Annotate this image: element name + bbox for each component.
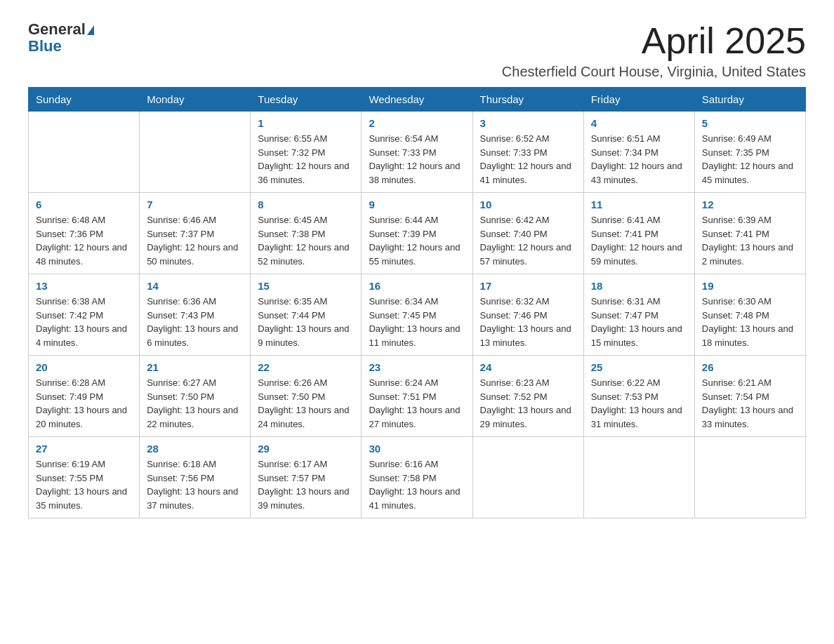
day-number: 19	[702, 280, 798, 292]
calendar-cell: 3Sunrise: 6:52 AMSunset: 7:33 PMDaylight…	[472, 112, 583, 193]
day-number: 14	[147, 280, 243, 292]
calendar-cell: 23Sunrise: 6:24 AMSunset: 7:51 PMDayligh…	[362, 356, 472, 437]
day-info: Sunrise: 6:46 AMSunset: 7:37 PMDaylight:…	[147, 213, 243, 268]
weekday-header-monday: Monday	[140, 88, 251, 112]
calendar-week-row: 20Sunrise: 6:28 AMSunset: 7:49 PMDayligh…	[29, 356, 806, 437]
day-number: 2	[369, 117, 465, 129]
day-info: Sunrise: 6:42 AMSunset: 7:40 PMDaylight:…	[480, 213, 576, 268]
day-info: Sunrise: 6:38 AMSunset: 7:42 PMDaylight:…	[36, 295, 132, 349]
calendar-cell: 8Sunrise: 6:45 AMSunset: 7:38 PMDaylight…	[251, 193, 362, 274]
day-info: Sunrise: 6:30 AMSunset: 7:48 PMDaylight:…	[702, 295, 798, 349]
location-subtitle: Chesterfield Court House, Virginia, Unit…	[502, 64, 806, 80]
day-info: Sunrise: 6:51 AMSunset: 7:34 PMDaylight:…	[591, 132, 687, 187]
weekday-header-sunday: Sunday	[29, 88, 140, 112]
day-number: 21	[147, 361, 243, 373]
calendar-cell: 20Sunrise: 6:28 AMSunset: 7:49 PMDayligh…	[29, 356, 140, 437]
day-number: 27	[36, 443, 132, 455]
page-header: General Blue April 2025 Chesterfield Cou…	[28, 21, 806, 80]
logo-general-text: General	[28, 21, 94, 38]
day-info: Sunrise: 6:18 AMSunset: 7:56 PMDaylight:…	[147, 457, 243, 512]
logo-blue-text: Blue	[28, 38, 94, 55]
day-number: 8	[258, 199, 354, 210]
calendar-cell: 25Sunrise: 6:22 AMSunset: 7:53 PMDayligh…	[583, 356, 694, 437]
calendar-cell	[694, 437, 805, 518]
calendar-header-row: SundayMondayTuesdayWednesdayThursdayFrid…	[29, 88, 806, 112]
calendar-cell: 22Sunrise: 6:26 AMSunset: 7:50 PMDayligh…	[251, 356, 362, 437]
day-info: Sunrise: 6:44 AMSunset: 7:39 PMDaylight:…	[369, 213, 465, 268]
calendar-cell: 19Sunrise: 6:30 AMSunset: 7:48 PMDayligh…	[694, 274, 805, 356]
day-info: Sunrise: 6:52 AMSunset: 7:33 PMDaylight:…	[480, 132, 576, 187]
day-info: Sunrise: 6:45 AMSunset: 7:38 PMDaylight:…	[258, 213, 354, 268]
day-number: 26	[702, 361, 798, 373]
calendar-cell: 13Sunrise: 6:38 AMSunset: 7:42 PMDayligh…	[29, 274, 140, 356]
day-info: Sunrise: 6:22 AMSunset: 7:53 PMDaylight:…	[591, 376, 687, 431]
day-info: Sunrise: 6:23 AMSunset: 7:52 PMDaylight:…	[480, 376, 576, 431]
calendar-cell: 1Sunrise: 6:55 AMSunset: 7:32 PMDaylight…	[251, 112, 362, 193]
calendar-cell	[140, 112, 251, 193]
calendar-cell: 16Sunrise: 6:34 AMSunset: 7:45 PMDayligh…	[362, 274, 472, 356]
day-number: 11	[591, 199, 687, 210]
logo: General Blue	[28, 21, 94, 55]
day-number: 13	[36, 280, 132, 292]
calendar-cell: 28Sunrise: 6:18 AMSunset: 7:56 PMDayligh…	[140, 437, 251, 518]
day-number: 12	[702, 199, 798, 210]
calendar-cell: 26Sunrise: 6:21 AMSunset: 7:54 PMDayligh…	[694, 356, 805, 437]
day-number: 29	[258, 443, 354, 455]
calendar-cell: 24Sunrise: 6:23 AMSunset: 7:52 PMDayligh…	[472, 356, 583, 437]
day-info: Sunrise: 6:49 AMSunset: 7:35 PMDaylight:…	[702, 132, 798, 187]
calendar-cell: 5Sunrise: 6:49 AMSunset: 7:35 PMDaylight…	[694, 112, 805, 193]
day-info: Sunrise: 6:39 AMSunset: 7:41 PMDaylight:…	[702, 213, 798, 268]
day-info: Sunrise: 6:16 AMSunset: 7:58 PMDaylight:…	[369, 457, 465, 512]
calendar-cell: 10Sunrise: 6:42 AMSunset: 7:40 PMDayligh…	[472, 193, 583, 274]
title-block: April 2025 Chesterfield Court House, Vir…	[502, 21, 806, 80]
day-number: 23	[369, 361, 465, 373]
day-info: Sunrise: 6:19 AMSunset: 7:55 PMDaylight:…	[36, 457, 132, 512]
day-number: 1	[258, 117, 354, 129]
day-info: Sunrise: 6:24 AMSunset: 7:51 PMDaylight:…	[369, 376, 465, 431]
calendar-cell: 30Sunrise: 6:16 AMSunset: 7:58 PMDayligh…	[362, 437, 472, 518]
day-info: Sunrise: 6:55 AMSunset: 7:32 PMDaylight:…	[258, 132, 354, 187]
calendar-table: SundayMondayTuesdayWednesdayThursdayFrid…	[28, 87, 806, 518]
day-number: 28	[147, 443, 243, 455]
day-info: Sunrise: 6:32 AMSunset: 7:46 PMDaylight:…	[480, 295, 576, 349]
day-number: 15	[258, 280, 354, 292]
day-number: 24	[480, 361, 576, 373]
day-number: 4	[591, 117, 687, 129]
day-number: 22	[258, 361, 354, 373]
weekday-header-tuesday: Tuesday	[251, 88, 362, 112]
day-info: Sunrise: 6:17 AMSunset: 7:57 PMDaylight:…	[258, 457, 354, 512]
calendar-week-row: 1Sunrise: 6:55 AMSunset: 7:32 PMDaylight…	[29, 112, 806, 193]
calendar-cell: 6Sunrise: 6:48 AMSunset: 7:36 PMDaylight…	[29, 193, 140, 274]
day-info: Sunrise: 6:26 AMSunset: 7:50 PMDaylight:…	[258, 376, 354, 431]
day-info: Sunrise: 6:31 AMSunset: 7:47 PMDaylight:…	[591, 295, 687, 349]
calendar-cell: 11Sunrise: 6:41 AMSunset: 7:41 PMDayligh…	[583, 193, 694, 274]
calendar-cell	[472, 437, 583, 518]
day-info: Sunrise: 6:41 AMSunset: 7:41 PMDaylight:…	[591, 213, 687, 268]
weekday-header-thursday: Thursday	[472, 88, 583, 112]
calendar-cell: 4Sunrise: 6:51 AMSunset: 7:34 PMDaylight…	[583, 112, 694, 193]
day-number: 3	[480, 117, 576, 129]
day-info: Sunrise: 6:36 AMSunset: 7:43 PMDaylight:…	[147, 295, 243, 349]
weekday-header-friday: Friday	[583, 88, 694, 112]
weekday-header-saturday: Saturday	[694, 88, 805, 112]
day-number: 20	[36, 361, 132, 373]
calendar-cell: 14Sunrise: 6:36 AMSunset: 7:43 PMDayligh…	[140, 274, 251, 356]
weekday-header-wednesday: Wednesday	[362, 88, 472, 112]
calendar-cell	[583, 437, 694, 518]
calendar-cell: 27Sunrise: 6:19 AMSunset: 7:55 PMDayligh…	[29, 437, 140, 518]
calendar-cell: 21Sunrise: 6:27 AMSunset: 7:50 PMDayligh…	[140, 356, 251, 437]
calendar-week-row: 27Sunrise: 6:19 AMSunset: 7:55 PMDayligh…	[29, 437, 806, 518]
day-info: Sunrise: 6:54 AMSunset: 7:33 PMDaylight:…	[369, 132, 465, 187]
day-number: 25	[591, 361, 687, 373]
day-info: Sunrise: 6:27 AMSunset: 7:50 PMDaylight:…	[147, 376, 243, 431]
day-number: 7	[147, 199, 243, 210]
day-number: 5	[702, 117, 798, 129]
calendar-cell: 9Sunrise: 6:44 AMSunset: 7:39 PMDaylight…	[362, 193, 472, 274]
calendar-cell: 15Sunrise: 6:35 AMSunset: 7:44 PMDayligh…	[251, 274, 362, 356]
day-number: 9	[369, 199, 465, 210]
calendar-week-row: 13Sunrise: 6:38 AMSunset: 7:42 PMDayligh…	[29, 274, 806, 356]
month-year-title: April 2025	[502, 21, 806, 61]
calendar-cell: 18Sunrise: 6:31 AMSunset: 7:47 PMDayligh…	[583, 274, 694, 356]
calendar-cell: 2Sunrise: 6:54 AMSunset: 7:33 PMDaylight…	[362, 112, 472, 193]
calendar-cell: 29Sunrise: 6:17 AMSunset: 7:57 PMDayligh…	[251, 437, 362, 518]
